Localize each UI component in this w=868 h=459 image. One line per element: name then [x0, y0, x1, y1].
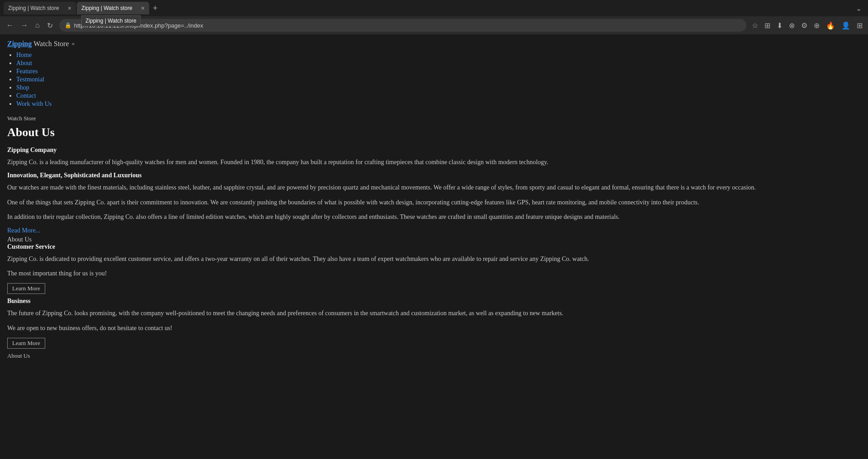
- nav-item-about[interactable]: About: [16, 60, 861, 67]
- breadcrumb: Watch Store: [7, 115, 861, 122]
- browser-ext-icon-4[interactable]: ⚙: [799, 20, 809, 31]
- new-tab-button[interactable]: +: [150, 4, 160, 13]
- site-logo: Zipping Watch Store ≡: [7, 40, 861, 48]
- nav-link-work-with-us[interactable]: Work with Us: [16, 100, 52, 107]
- page-title: About Us: [7, 126, 861, 139]
- learn-more-button-customer-service[interactable]: Learn More: [7, 283, 45, 294]
- section-zipping-company: Zipping Company Zipping Co. is a leading…: [7, 147, 861, 243]
- section-customer-service: Customer Service Zipping Co. is dedicate…: [7, 243, 861, 298]
- nav-item-work-with-us[interactable]: Work with Us: [16, 100, 861, 108]
- tab-2-title: Zipping | Watch store: [81, 5, 138, 11]
- para-customer-service-0: Zipping Co. is dedicated to providing ex…: [7, 254, 861, 264]
- logo-rest: Watch Store: [33, 40, 69, 48]
- nav-item-shop[interactable]: Shop: [16, 84, 861, 91]
- browser-ext-icon-5[interactable]: ⊕: [812, 20, 821, 31]
- nav-link-contact[interactable]: Contact: [16, 92, 36, 99]
- browser-chrome: Zipping | Watch store × Zipping | Watch …: [0, 0, 868, 34]
- page-content: Zipping Watch Store ≡ Home About Feature…: [0, 34, 868, 459]
- browser-ext-icon-2[interactable]: ⬇: [775, 20, 784, 31]
- address-bar[interactable]: 🔒 http://10.10.11.229/shop/index.php?pag…: [59, 19, 746, 32]
- para-business-0: The future of Zipping Co. looks promisin…: [7, 308, 861, 318]
- para-business-1: We are open to new business offers, do n…: [7, 323, 861, 333]
- section-title-customer-service: Customer Service: [7, 243, 861, 251]
- bookmark-star-icon[interactable]: ☆: [750, 20, 760, 31]
- tab-2-close[interactable]: ×: [141, 5, 145, 11]
- browser-ext-icon-6[interactable]: 🔥: [824, 20, 837, 31]
- browser-ext-icon-3[interactable]: ⊗: [787, 20, 797, 31]
- browser-ext-icon-7[interactable]: ⊞: [855, 20, 864, 31]
- learn-more-button-business[interactable]: Learn More: [7, 338, 45, 349]
- main-nav: Home About Features Testmonial Shop Cont…: [7, 52, 861, 108]
- forward-button[interactable]: →: [18, 19, 31, 31]
- para-zipping-company-0: Zipping Co. is a leading manufacturer of…: [7, 157, 861, 167]
- lock-icon: 🔒: [65, 22, 71, 29]
- para-innovation-1: One of the things that sets Zipping Co. …: [7, 198, 861, 208]
- read-more-link[interactable]: Read More...: [7, 227, 40, 234]
- section-business: Business The future of Zipping Co. looks…: [7, 298, 861, 360]
- subsection-title-innovation: Innovation, Elegant, Sophisticated and L…: [7, 172, 861, 179]
- tab-1-title: Zipping | Watch store: [8, 5, 65, 11]
- nav-item-contact[interactable]: Contact: [16, 92, 861, 99]
- section-title-business: Business: [7, 298, 861, 305]
- tab-bar: Zipping | Watch store × Zipping | Watch …: [0, 0, 868, 16]
- nav-item-testmonial[interactable]: Testmonial: [16, 76, 861, 83]
- nav-link-home[interactable]: Home: [16, 52, 32, 58]
- nav-link-shop[interactable]: Shop: [16, 84, 29, 91]
- tab-overflow-button[interactable]: ⌄: [853, 4, 864, 13]
- section-label-0: About Us: [7, 236, 32, 243]
- nav-link-about[interactable]: About: [16, 60, 32, 66]
- nav-link-testmonial[interactable]: Testmonial: [16, 76, 44, 83]
- nav-bar: ← → ⌂ ↻ 🔒 http://10.10.11.229/shop/index…: [0, 16, 868, 34]
- browser-profile-icon[interactable]: 👤: [840, 20, 852, 31]
- tab-1[interactable]: Zipping | Watch store ×: [4, 2, 76, 14]
- toolbar-icons: ☆ ⊞ ⬇ ⊗ ⚙ ⊕ 🔥 👤 ⊞: [750, 20, 864, 31]
- section-title-zipping-company: Zipping Company: [7, 147, 861, 154]
- nav-item-home[interactable]: Home: [16, 52, 861, 59]
- refresh-button[interactable]: ↻: [44, 19, 56, 32]
- para-innovation-2: In addition to their regular collection,…: [7, 212, 861, 222]
- menu-toggle-icon[interactable]: ≡: [72, 41, 75, 47]
- browser-ext-icon-1[interactable]: ⊞: [763, 20, 772, 31]
- logo-zipping[interactable]: Zipping: [7, 40, 32, 48]
- home-button[interactable]: ⌂: [33, 19, 42, 31]
- tab-1-close[interactable]: ×: [68, 5, 71, 11]
- section-label-business: About Us: [7, 352, 30, 359]
- back-button[interactable]: ←: [4, 19, 16, 31]
- nav-link-features[interactable]: Features: [16, 68, 38, 75]
- nav-item-features[interactable]: Features: [16, 68, 861, 75]
- para-innovation-0: Our watches are made with the finest mat…: [7, 183, 861, 193]
- para-customer-service-1: The most important thing for us is you!: [7, 269, 861, 279]
- tab-2[interactable]: Zipping | Watch store × Zipping | Watch …: [77, 2, 149, 14]
- address-text: http://10.10.11.229/shop/index.php?page=…: [74, 22, 741, 29]
